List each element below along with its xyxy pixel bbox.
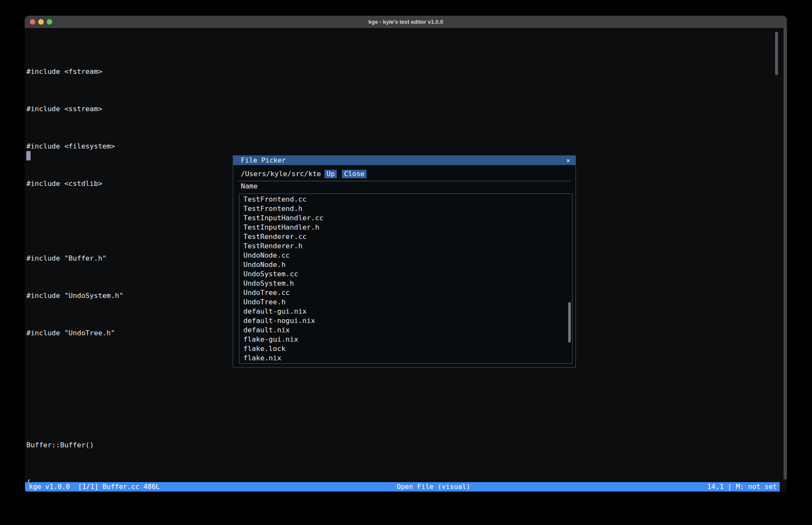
editor-scrollbar-thumb[interactable] [775, 32, 778, 75]
window-title: kge - kyle's text editor v1.0.0 [25, 16, 787, 28]
current-path: /Users/kyle/src/kte [241, 170, 321, 178]
file-list-item[interactable]: TestFrontend.h [243, 204, 566, 213]
file-list-item[interactable]: UndoTree.h [243, 298, 566, 307]
file-list-item[interactable]: default.nix [243, 326, 566, 335]
code-line: Buffer::Buffer() [26, 441, 774, 450]
status-cursor-position: 14,1 | M: not set [707, 482, 777, 491]
file-list-item[interactable]: UndoTree.cc [243, 288, 566, 298]
dialog-close-icon[interactable]: ✕ [565, 156, 572, 165]
file-list-item[interactable]: UndoNode.h [243, 260, 566, 270]
dialog-titlebar[interactable]: File Picker ✕ [233, 156, 575, 165]
window-titlebar[interactable]: kge - kyle's text editor v1.0.0 [25, 16, 787, 28]
file-list-items: TestFrontend.cc TestFrontend.h TestInput… [243, 195, 566, 363]
column-header-name: Name [241, 182, 258, 191]
status-file-info: kge v1.0.0 [1/1] Buffer.cc 486L [29, 482, 160, 491]
file-list-item[interactable]: UndoNode.cc [243, 251, 566, 260]
file-list-scrollbar-thumb[interactable] [568, 302, 571, 343]
editor-window: kge - kyle's text editor v1.0.0 #include… [25, 16, 787, 493]
status-bar: kge v1.0.0 [1/1] Buffer.cc 486L Open Fil… [25, 482, 780, 491]
file-list-item[interactable]: UndoSystem.cc [243, 270, 566, 279]
file-picker-dialog: File Picker ✕ /Users/kyle/src/kte Up Clo… [233, 155, 576, 368]
window-scrollbar-track[interactable] [784, 28, 787, 480]
up-button[interactable]: Up [324, 170, 337, 178]
close-button[interactable]: Close [342, 170, 367, 178]
file-list-item[interactable]: TestRenderer.h [243, 241, 566, 251]
file-list[interactable]: TestFrontend.cc TestFrontend.h TestInput… [239, 194, 572, 364]
file-list-item[interactable]: flake.lock [243, 344, 566, 354]
file-list-item[interactable]: UndoSystem.h [243, 279, 566, 288]
dialog-path-row: /Users/kyle/src/kte Up Close [241, 169, 367, 178]
dialog-title: File Picker [241, 156, 286, 165]
code-line: #include <fstream> [26, 67, 774, 76]
code-line [26, 403, 774, 413]
file-list-item[interactable]: TestRenderer.cc [243, 232, 566, 241]
code-line: #include <sstream> [26, 104, 774, 114]
code-line: #include <filesystem> [26, 142, 774, 151]
status-mode: Open File (visual) [397, 482, 470, 491]
dialog-divider [238, 181, 570, 181]
file-list-item[interactable]: flake.nix [243, 354, 566, 363]
file-list-item[interactable]: TestInputHandler.h [243, 223, 566, 232]
file-list-item[interactable]: TestFrontend.cc [243, 195, 566, 204]
file-list-item[interactable]: default-nogui.nix [243, 316, 566, 326]
file-list-item[interactable]: flake-gui.nix [243, 335, 566, 344]
file-list-item[interactable]: TestInputHandler.cc [243, 213, 566, 223]
file-list-item[interactable]: default-gui.nix [243, 307, 566, 316]
